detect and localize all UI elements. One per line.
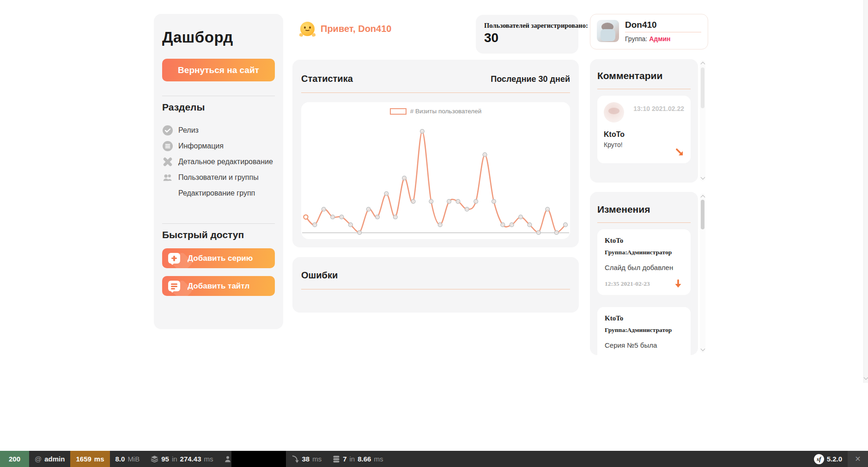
change-author: KtoTo bbox=[605, 237, 683, 245]
group-label: Группа: bbox=[625, 35, 647, 43]
sidebar-item-detail-edit[interactable]: Детальное редактирование bbox=[162, 154, 275, 170]
scroll-down-icon[interactable] bbox=[700, 347, 705, 351]
greeting-row: Привет, Don410 bbox=[300, 22, 391, 36]
close-icon: ✕ bbox=[855, 455, 861, 463]
toolbar-route-block[interactable]: @ admin bbox=[29, 451, 70, 467]
toolbar-symfony-block[interactable]: sf 5.2.0 bbox=[808, 451, 848, 467]
database-icon bbox=[333, 455, 340, 463]
message-bubble-icon bbox=[168, 281, 180, 291]
statistics-period: Последние 30 дней bbox=[491, 74, 570, 84]
legend-label: # Визиты пользователей bbox=[410, 108, 481, 115]
change-text: Слайд был добавлен bbox=[605, 264, 683, 271]
change-card: KtoTo Группа:Администратор Слайд был доб… bbox=[597, 229, 691, 295]
sidebar-item-label: Релиз bbox=[178, 126, 199, 135]
visits-line-chart bbox=[301, 115, 570, 238]
changes-scrollbar[interactable] bbox=[700, 193, 705, 353]
sidebar-item-label: Информация bbox=[178, 142, 224, 150]
change-group: Группа:Администратор bbox=[605, 249, 683, 256]
toolbar-time-block[interactable]: 1659 ms bbox=[70, 451, 109, 467]
redacted-username bbox=[231, 451, 286, 467]
changes-panel: Изменения KtoTo Группа:Администратор Сла… bbox=[590, 192, 698, 355]
divider bbox=[162, 96, 275, 96]
scroll-down-icon[interactable] bbox=[700, 175, 705, 180]
divider bbox=[597, 89, 691, 89]
scrollbar-thumb[interactable] bbox=[701, 200, 704, 229]
change-card: KtoTo Группа:Администратор Серия №5 была bbox=[597, 307, 691, 355]
errors-title: Ошибки bbox=[301, 270, 570, 281]
divider bbox=[597, 222, 691, 223]
sidebar-item-label: Редактирование групп bbox=[178, 189, 255, 197]
divider bbox=[625, 32, 701, 32]
users-registered-card: Пользователей зарегистрировано: 30 bbox=[476, 15, 578, 54]
comment-text: Круто! bbox=[604, 141, 684, 148]
sidebar-item-label: Детальное редактирование bbox=[178, 158, 273, 166]
change-time: 12:35 2021-02-23 bbox=[605, 280, 650, 288]
toolbar-spacer bbox=[388, 451, 808, 467]
page-title: Дашборд bbox=[162, 29, 275, 46]
sidebar-nav: Релиз Информация Детальное редактировани… bbox=[162, 123, 275, 201]
quick-access-heading: Быстрый доступ bbox=[162, 229, 275, 240]
sidebar-item-release[interactable]: Релиз bbox=[162, 123, 275, 138]
legend-swatch bbox=[390, 108, 407, 115]
current-user-card[interactable]: Don410 Группа: Админ bbox=[590, 14, 708, 49]
scroll-down-icon[interactable] bbox=[864, 375, 868, 380]
curved-arrow-icon bbox=[291, 455, 299, 463]
toolbar-user-block[interactable] bbox=[219, 451, 231, 467]
sidebar-item-label: Пользователи и группы bbox=[178, 173, 259, 182]
comment-time: 13:10 2021.02.22 bbox=[633, 105, 684, 123]
back-to-site-button[interactable]: Вернуться на сайт bbox=[162, 59, 275, 81]
layers-icon bbox=[151, 455, 158, 462]
statistics-title: Статистика bbox=[301, 74, 353, 84]
username: Don410 bbox=[625, 20, 701, 30]
chart-legend: # Визиты пользователей bbox=[301, 102, 570, 115]
person-icon bbox=[224, 455, 231, 463]
toolbar-status-block[interactable]: 200 bbox=[0, 451, 29, 467]
avatar bbox=[597, 20, 619, 42]
comment-author: KtoTo bbox=[604, 130, 684, 139]
visits-chart-box: # Визиты пользователей bbox=[301, 102, 570, 239]
change-text: Серия №5 была bbox=[605, 341, 683, 349]
group-value: Админ bbox=[649, 35, 670, 43]
divider bbox=[301, 92, 570, 93]
symfony-debug-toolbar: 200 @ admin 1659 ms 8.0 MiB 95 in 274.43… bbox=[0, 451, 868, 467]
errors-card: Ошибки bbox=[292, 257, 579, 313]
icon-spacer bbox=[162, 188, 173, 199]
at-sign-icon: @ bbox=[35, 455, 42, 463]
sidebar-item-edit-groups[interactable]: Редактирование групп bbox=[162, 185, 275, 201]
add-title-button[interactable]: Добавить тайтл bbox=[162, 276, 275, 296]
list-circle-icon bbox=[162, 141, 173, 152]
users-registered-label: Пользователей зарегистрировано: bbox=[484, 22, 570, 30]
sidebar-item-users-groups[interactable]: Пользователи и группы bbox=[162, 170, 275, 185]
users-icon bbox=[162, 172, 173, 183]
greeting-text: Привет, Don410 bbox=[321, 24, 391, 34]
cross-icon bbox=[162, 156, 173, 167]
toolbar-twig-block[interactable]: 95 in 274.43 ms bbox=[145, 451, 219, 467]
toolbar-ajax-block[interactable]: 38 ms bbox=[286, 451, 327, 467]
add-series-button[interactable]: Добавить серию bbox=[162, 248, 275, 268]
scrollbar-thumb[interactable] bbox=[701, 68, 704, 108]
comments-title: Комментарии bbox=[597, 70, 691, 81]
change-group: Группа:Администратор bbox=[605, 326, 683, 334]
divider bbox=[301, 289, 570, 289]
toolbar-close-button[interactable]: ✕ bbox=[848, 451, 868, 467]
statistics-card: Статистика Последние 30 дней # Визиты по… bbox=[292, 60, 579, 247]
check-circle-icon bbox=[162, 125, 173, 136]
page-scrollbar[interactable] bbox=[863, 0, 868, 383]
open-comment-arrow-icon[interactable] bbox=[675, 147, 685, 158]
change-author: KtoTo bbox=[605, 314, 683, 322]
sidebar-item-information[interactable]: Информация bbox=[162, 138, 275, 154]
toolbar-db-block[interactable]: 7 in 8.66 ms bbox=[327, 451, 388, 467]
download-arrow-icon[interactable] bbox=[673, 279, 683, 289]
comment-card: 13:10 2021.02.22 KtoTo Круто! bbox=[597, 96, 691, 163]
hugging-face-emoji bbox=[300, 22, 315, 36]
avatar bbox=[604, 102, 624, 123]
scroll-up-icon[interactable] bbox=[700, 62, 705, 67]
users-registered-value: 30 bbox=[484, 31, 570, 45]
comments-scrollbar[interactable] bbox=[700, 60, 705, 181]
changes-title: Изменения bbox=[597, 204, 691, 215]
scroll-up-icon[interactable] bbox=[700, 195, 705, 200]
divider bbox=[162, 223, 275, 224]
toolbar-memory-block[interactable]: 8.0 MiB bbox=[110, 451, 146, 467]
sidebar: Дашборд Вернуться на сайт Разделы Релиз … bbox=[154, 14, 283, 329]
symfony-logo: sf bbox=[814, 454, 824, 464]
